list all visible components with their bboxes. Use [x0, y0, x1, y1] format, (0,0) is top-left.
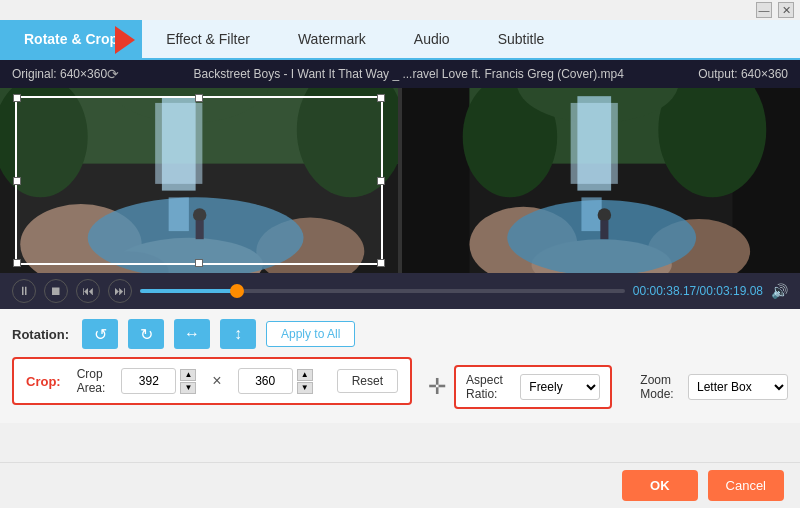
tab-audio[interactable]: Audio [390, 20, 474, 58]
crop-box[interactable] [15, 96, 383, 265]
tab-bar: Rotate & Crop Effect & Filter Watermark … [0, 20, 800, 60]
progress-bar[interactable] [140, 289, 625, 293]
time-display: 00:00:38.17/00:03:19.08 [633, 284, 763, 298]
crop-height-input[interactable] [238, 368, 293, 394]
filename: Backstreet Boys - I Want It That Way _ .… [119, 67, 698, 81]
height-spinner: ▲ ▼ [297, 369, 313, 394]
crop-handle-ml[interactable] [13, 177, 21, 185]
crop-handle-tr[interactable] [377, 94, 385, 102]
footer: OK Cancel [0, 462, 800, 508]
width-down-button[interactable]: ▼ [180, 382, 196, 394]
crop-handle-tl[interactable] [13, 94, 21, 102]
video-preview-left [0, 88, 398, 273]
rotate-ccw-button[interactable]: ↺ [82, 319, 118, 349]
aspect-dropdown[interactable]: Freely 16:9 4:3 1:1 [520, 374, 600, 400]
rotation-row: Rotation: ↺ ↻ ↔ ↕ Apply to All [12, 319, 788, 349]
zoom-dropdown[interactable]: Letter Box Pan & Scan Full [688, 374, 788, 400]
video-area [0, 88, 800, 273]
progress-thumb[interactable] [230, 284, 244, 298]
info-bar: Original: 640×360 ⟳ Backstreet Boys - I … [0, 60, 800, 88]
output-size: Output: 640×360 [698, 67, 788, 81]
minimize-button[interactable]: — [756, 2, 772, 18]
next-frame-button[interactable]: ⏭ [108, 279, 132, 303]
tab-subtitle[interactable]: Subtitle [474, 20, 569, 58]
crop-width-group: ▲ ▼ [121, 368, 196, 394]
cancel-button[interactable]: Cancel [708, 470, 784, 501]
crop-section-label: Crop: [26, 374, 61, 389]
height-down-button[interactable]: ▼ [297, 382, 313, 394]
crop-handle-bm[interactable] [195, 259, 203, 267]
height-up-button[interactable]: ▲ [297, 369, 313, 381]
width-spinner: ▲ ▼ [180, 369, 196, 394]
original-size: Original: 640×360 [12, 67, 107, 81]
settings-area: Rotation: ↺ ↻ ↔ ↕ Apply to All Crop: Cro… [0, 309, 800, 423]
prev-frame-button[interactable]: ⏮ [76, 279, 100, 303]
stop-button[interactable]: ⏹ [44, 279, 68, 303]
move-icon[interactable]: ✛ [428, 374, 446, 400]
title-bar: — ✕ [0, 0, 800, 20]
rotate-cw-button[interactable]: ↻ [128, 319, 164, 349]
arrow-icon [115, 26, 135, 54]
apply-all-button[interactable]: Apply to All [266, 321, 355, 347]
flip-h-button[interactable]: ↔ [174, 319, 210, 349]
crop-section: Crop: Crop Area: ▲ ▼ × ▲ ▼ Reset [12, 357, 412, 405]
crop-handle-br[interactable] [377, 259, 385, 267]
aspect-section: Aspect Ratio: Freely 16:9 4:3 1:1 [454, 365, 612, 409]
close-button[interactable]: ✕ [778, 2, 794, 18]
crop-area-label: Crop Area: [77, 367, 106, 395]
crop-width-input[interactable] [121, 368, 176, 394]
times-icon: × [212, 372, 221, 390]
svg-rect-26 [571, 103, 618, 184]
zoom-section: Zoom Mode: Letter Box Pan & Scan Full [640, 373, 788, 401]
width-up-button[interactable]: ▲ [180, 369, 196, 381]
tab-effect-filter[interactable]: Effect & Filter [142, 20, 274, 58]
time-current: 00:00:38.17 [633, 284, 696, 298]
svg-point-32 [598, 208, 611, 221]
progress-fill [140, 289, 242, 293]
aspect-label: Aspect Ratio: [466, 373, 512, 401]
zoom-label: Zoom Mode: [640, 373, 680, 401]
ok-button[interactable]: OK [622, 470, 698, 501]
controls-bar: ⏸ ⏹ ⏮ ⏭ 00:00:38.17/00:03:19.08 🔊 [0, 273, 800, 309]
play-button[interactable]: ⏸ [12, 279, 36, 303]
video-preview-right [402, 88, 800, 273]
crop-handle-tm[interactable] [195, 94, 203, 102]
svg-rect-18 [402, 88, 469, 273]
reset-button[interactable]: Reset [337, 369, 398, 393]
flip-v-button[interactable]: ↕ [220, 319, 256, 349]
crop-handle-bl[interactable] [13, 259, 21, 267]
tab-watermark[interactable]: Watermark [274, 20, 390, 58]
crop-handle-mr[interactable] [377, 177, 385, 185]
time-total: 00:03:19.08 [700, 284, 763, 298]
refresh-icon[interactable]: ⟳ [107, 66, 119, 82]
crop-height-group: ▲ ▼ [238, 368, 313, 394]
volume-icon[interactable]: 🔊 [771, 283, 788, 299]
rotation-label: Rotation: [12, 327, 72, 342]
svg-rect-33 [600, 220, 608, 239]
